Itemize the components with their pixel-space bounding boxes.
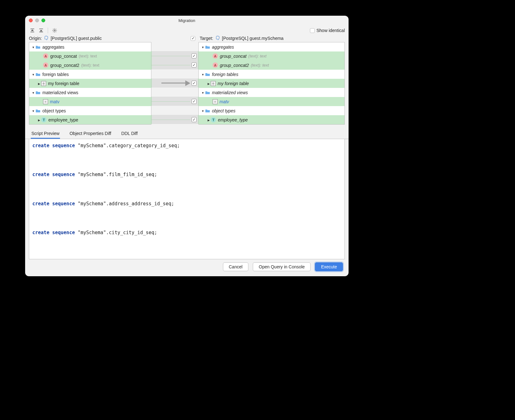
- type-hint: (text): text: [81, 63, 100, 67]
- tree-row-foreign-tables[interactable]: foreign tables: [199, 70, 344, 79]
- chevron-down-icon[interactable]: [31, 45, 35, 49]
- row-checkbox[interactable]: [151, 51, 198, 60]
- tree-label: matv: [220, 99, 229, 104]
- tab-ddl-diff[interactable]: DDL Diff: [121, 129, 138, 139]
- tree-row-aggregates[interactable]: aggregates: [199, 42, 344, 51]
- tree-label: matv: [50, 99, 59, 104]
- tree-label: materialized views: [42, 90, 78, 95]
- chevron-down-icon[interactable]: [31, 91, 35, 94]
- checkbox-icon: [192, 99, 197, 104]
- mid-empty: [151, 106, 198, 115]
- chevron-down-icon[interactable]: [201, 91, 205, 94]
- chevron-down-icon[interactable]: [201, 73, 205, 76]
- button-row: Cancel Open Query in Console Execute: [25, 262, 349, 276]
- aggregate-badge-icon: A: [43, 53, 48, 59]
- preview-tabs: Script Preview Object Properties Diff DD…: [25, 129, 349, 139]
- tree-label: employee_type: [48, 117, 78, 122]
- tree-row-matv[interactable]: ≡ matv: [199, 97, 344, 106]
- tree-row-group-concat[interactable]: A group_concat (text): text: [199, 51, 344, 61]
- tree-row-matv[interactable]: ≡ matv: [29, 97, 151, 106]
- mid-empty: [151, 42, 198, 51]
- folder-icon: [205, 90, 210, 95]
- matview-icon: ≡: [43, 99, 48, 104]
- origin-label: Origin:: [29, 36, 42, 41]
- tree-label: group_concat2: [220, 63, 249, 68]
- type-hint: (text): text: [248, 54, 267, 58]
- tree-label: foreign tables: [212, 72, 238, 77]
- tree-row-employee-type[interactable]: T employee_type: [29, 115, 151, 124]
- tree-row-object-types[interactable]: object types: [199, 106, 344, 115]
- folder-icon: [35, 72, 41, 77]
- tree-row-my-foreign-table[interactable]: ╪ my foreign table: [199, 79, 344, 88]
- tree-row-employee-type[interactable]: T employee_type: [199, 115, 344, 124]
- chevron-right-icon[interactable]: [37, 82, 41, 85]
- chevron-down-icon[interactable]: [31, 109, 35, 113]
- tree-row-materialized-views[interactable]: materialized views: [199, 88, 344, 97]
- tab-script-preview[interactable]: Script Preview: [31, 129, 60, 139]
- tree-row-my-foreign-table[interactable]: ╪ my foreign table: [29, 79, 151, 88]
- window-title: Migration: [178, 18, 195, 23]
- tree-row-materialized-views[interactable]: materialized views: [29, 88, 151, 97]
- tree-row-object-types[interactable]: object types: [29, 106, 151, 115]
- checkbox-icon: [192, 62, 197, 67]
- gear-icon[interactable]: [51, 27, 58, 34]
- titlebar: Migration: [25, 16, 349, 25]
- checkbox-icon: [192, 53, 197, 58]
- foreign-table-icon: ╪: [211, 81, 216, 86]
- row-checkbox[interactable]: [151, 115, 198, 124]
- origin-tree[interactable]: aggregates A group_concat (text): text A…: [29, 42, 151, 125]
- select-all-checkbox[interactable]: [191, 36, 195, 41]
- postgres-icon: [44, 36, 49, 41]
- row-checkbox-selected[interactable]: [151, 78, 198, 88]
- close-icon[interactable]: [29, 19, 33, 22]
- aggregate-badge-icon: A: [43, 62, 48, 68]
- row-checkbox[interactable]: [151, 97, 198, 106]
- minimize-icon[interactable]: [35, 19, 39, 22]
- chevron-right-icon[interactable]: [206, 118, 211, 122]
- type-badge-icon: T: [41, 117, 46, 122]
- mid-empty: [151, 69, 198, 78]
- checkbox-column: [151, 42, 198, 125]
- show-identical-checkbox[interactable]: Show identical: [310, 28, 345, 33]
- tree-row-group-concat2[interactable]: A group_concat2 (text): text: [199, 61, 344, 70]
- tree-label: my foreign table: [48, 81, 79, 86]
- tab-obj-prop-diff[interactable]: Object Properties Diff: [69, 129, 112, 139]
- toolbar-separator: [48, 28, 48, 33]
- svg-point-0: [54, 30, 55, 31]
- aggregate-badge-icon: A: [213, 53, 218, 59]
- tree-label: employee_type: [218, 117, 248, 122]
- script-preview-area[interactable]: create sequence "mySchema".category_cate…: [29, 139, 345, 259]
- migration-window: Migration Show identical Origin: [Postgr…: [25, 16, 349, 276]
- checkbox-icon: [192, 117, 197, 122]
- row-checkbox[interactable]: [151, 60, 198, 69]
- tree-label: object types: [212, 108, 236, 113]
- tree-row-group-concat[interactable]: A group_concat (text): text: [29, 51, 151, 61]
- tree-row-group-concat2[interactable]: A group_concat2 (text): text: [29, 61, 151, 70]
- chevron-right-icon[interactable]: [37, 118, 41, 122]
- matview-icon: ≡: [213, 99, 218, 104]
- tree-label: group_concat2: [50, 63, 79, 68]
- tree-label: group_concat: [220, 54, 247, 59]
- zoom-icon[interactable]: [41, 19, 45, 22]
- tree-row-foreign-tables[interactable]: foreign tables: [29, 70, 151, 79]
- chevron-right-icon[interactable]: [206, 82, 211, 85]
- tree-label: foreign tables: [42, 72, 69, 77]
- folder-icon: [205, 45, 210, 50]
- tree-label: aggregates: [212, 45, 234, 50]
- execute-button[interactable]: Execute: [315, 262, 343, 271]
- collapse-all-icon[interactable]: [38, 27, 45, 34]
- folder-icon: [35, 45, 41, 50]
- chevron-down-icon[interactable]: [201, 45, 205, 49]
- folder-icon: [35, 108, 41, 113]
- tree-row-aggregates[interactable]: aggregates: [29, 42, 151, 51]
- open-query-button[interactable]: Open Query in Console: [253, 262, 311, 271]
- chevron-down-icon[interactable]: [201, 109, 205, 113]
- show-identical-label: Show identical: [317, 28, 345, 33]
- checkbox-icon: [310, 28, 315, 33]
- expand-all-icon[interactable]: [29, 27, 36, 34]
- folder-icon: [35, 90, 41, 95]
- target-tree[interactable]: aggregates A group_concat (text): text A…: [198, 42, 345, 125]
- cancel-button[interactable]: Cancel: [223, 262, 249, 271]
- chevron-down-icon[interactable]: [31, 73, 35, 76]
- migrate-arrow-icon: [161, 80, 190, 86]
